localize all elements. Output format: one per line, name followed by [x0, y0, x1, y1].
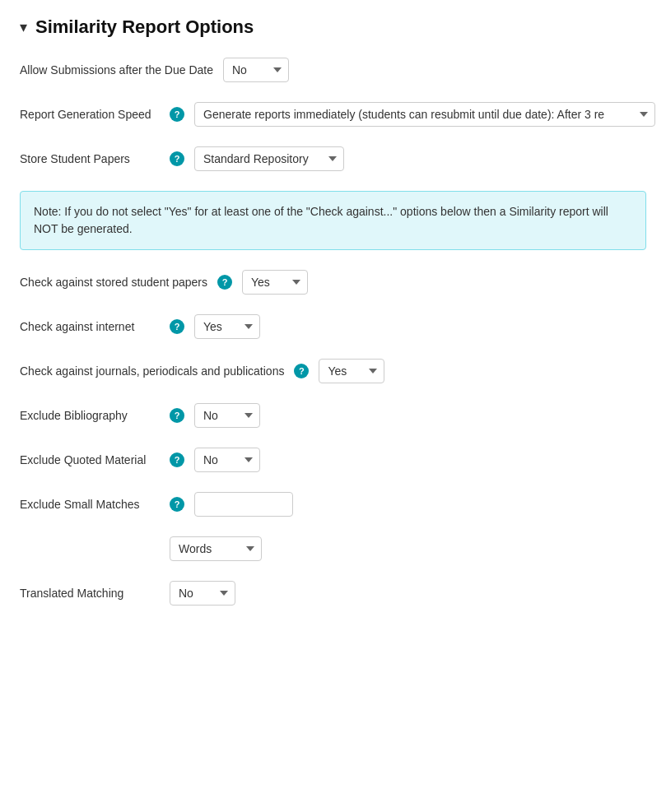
- check-stored-help-icon[interactable]: ?: [217, 275, 232, 290]
- store-student-label: Store Student Papers: [20, 146, 160, 168]
- exclude-quoted-row: Exclude Quoted Material ? No Yes: [20, 448, 646, 472]
- exclude-small-label: Exclude Small Matches: [20, 492, 160, 513]
- store-student-row: Store Student Papers ? Standard Reposito…: [20, 146, 646, 171]
- exclude-small-help-icon[interactable]: ?: [170, 497, 184, 512]
- note-box: Note: If you do not select "Yes" for at …: [20, 191, 646, 250]
- section-header: ▾ Similarity Report Options: [20, 16, 646, 38]
- store-student-help-icon[interactable]: ?: [170, 151, 184, 166]
- check-stored-select[interactable]: Yes No: [242, 270, 308, 295]
- check-internet-label: Check against internet: [20, 314, 160, 336]
- translated-matching-label: Translated Matching: [20, 581, 160, 602]
- allow-submissions-label: Allow Submissions after the Due Date: [20, 58, 213, 79]
- exclude-bibliography-help-icon[interactable]: ?: [170, 408, 184, 423]
- exclude-quoted-select[interactable]: No Yes: [194, 448, 260, 472]
- check-internet-row: Check against internet ? Yes No: [20, 314, 646, 339]
- collapse-icon[interactable]: ▾: [20, 18, 27, 36]
- check-stored-label: Check against stored student papers: [20, 270, 207, 291]
- words-row: Words Percentage: [20, 536, 646, 561]
- section-title: Similarity Report Options: [35, 16, 254, 38]
- translated-matching-select[interactable]: No Yes: [170, 581, 235, 606]
- check-internet-select[interactable]: Yes No: [194, 314, 260, 339]
- check-journals-label: Check against journals, periodicals and …: [20, 359, 284, 380]
- check-internet-control: Yes No: [194, 314, 646, 339]
- exclude-bibliography-label: Exclude Bibliography: [20, 403, 160, 425]
- exclude-quoted-label: Exclude Quoted Material: [20, 448, 160, 469]
- check-stored-row: Check against stored student papers ? Ye…: [20, 270, 646, 295]
- exclude-quoted-help-icon[interactable]: ?: [170, 452, 184, 467]
- store-student-control: Standard Repository No Repository Instit…: [194, 146, 646, 171]
- store-student-select[interactable]: Standard Repository No Repository Instit…: [194, 146, 344, 171]
- exclude-bibliography-row: Exclude Bibliography ? No Yes: [20, 403, 646, 428]
- exclude-small-row: Exclude Small Matches ?: [20, 492, 646, 517]
- report-generation-help-icon[interactable]: ?: [170, 107, 184, 122]
- check-journals-help-icon[interactable]: ?: [294, 364, 309, 378]
- check-journals-control: Yes No: [319, 359, 646, 383]
- translated-matching-row: Translated Matching No Yes: [20, 581, 646, 606]
- check-journals-select[interactable]: Yes No: [319, 359, 384, 383]
- allow-submissions-control: No Yes: [223, 58, 646, 82]
- report-generation-row: Report Generation Speed ? Generate repor…: [20, 102, 646, 127]
- translated-matching-control: No Yes: [170, 581, 646, 606]
- check-journals-row: Check against journals, periodicals and …: [20, 359, 646, 383]
- exclude-bibliography-control: No Yes: [194, 403, 646, 428]
- allow-submissions-select[interactable]: No Yes: [223, 58, 289, 82]
- report-generation-control: Generate reports immediately (students c…: [194, 102, 655, 127]
- exclude-bibliography-select[interactable]: No Yes: [194, 403, 260, 428]
- check-internet-help-icon[interactable]: ?: [170, 319, 184, 334]
- words-select[interactable]: Words Percentage: [170, 536, 262, 561]
- check-stored-control: Yes No: [242, 270, 646, 295]
- allow-submissions-row: Allow Submissions after the Due Date No …: [20, 58, 646, 82]
- exclude-quoted-control: No Yes: [194, 448, 646, 472]
- exclude-small-control: [194, 492, 646, 517]
- report-generation-select[interactable]: Generate reports immediately (students c…: [194, 102, 655, 127]
- report-generation-label: Report Generation Speed: [20, 102, 160, 123]
- exclude-small-input[interactable]: [194, 492, 293, 517]
